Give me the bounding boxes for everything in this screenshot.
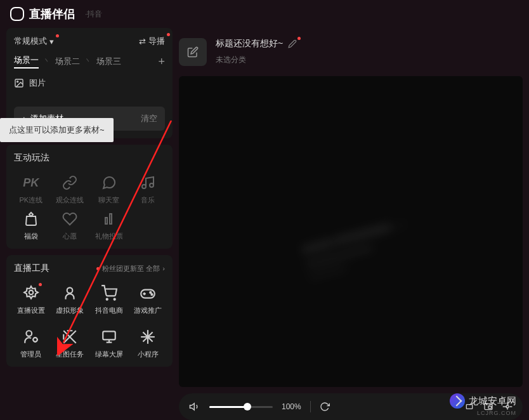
refresh-icon [320, 402, 330, 412]
avatar-button[interactable]: 虚拟形象 [53, 284, 88, 315]
watermark-icon [450, 393, 465, 409]
stream-title: 标题还没有想好~ [216, 38, 283, 49]
label: 礼物投票 [95, 232, 123, 241]
title-line: 标题还没有想好~ [216, 38, 297, 49]
clear-button[interactable]: 清空 [141, 113, 157, 124]
notification-dot [39, 283, 42, 286]
content-area: 标题还没有想好~ 未选分类 未设定装 经营特别特别的长... ♪ ▬▬▬▬▬▬▬… [179, 28, 529, 420]
watermark: 龙城安卓网 [450, 393, 516, 409]
wish-icon [61, 210, 79, 228]
scene-tab-2[interactable]: 场景二 [55, 56, 80, 67]
luckybag-button[interactable]: 福袋 [14, 210, 48, 241]
notification-dot [56, 34, 59, 37]
label: 绿幕大屏 [95, 350, 123, 359]
label: 心愿 [63, 232, 77, 241]
label: 音乐 [141, 195, 155, 205]
svg-rect-17 [103, 331, 115, 339]
notification-dot [96, 267, 100, 270]
label: 虚拟形象 [56, 306, 84, 315]
label: PK连线 [19, 195, 42, 205]
tools-header: 直播工具 粉丝团更新至 全部 › [14, 263, 165, 274]
volume-fill [209, 406, 247, 408]
watermark-url: LCJRG.COM [477, 410, 516, 416]
svg-point-14 [152, 294, 153, 295]
game-promo-button[interactable]: 游戏推广 [131, 284, 166, 315]
music-icon [139, 174, 157, 192]
avatar-icon [61, 284, 79, 302]
preview-content: 未设定装 经营特别特别的长... ♪ ▬▬▬▬▬▬▬▬▬ ▬▬▬▬▬ [300, 188, 523, 387]
label: 观众连线 [56, 195, 84, 205]
starmap-button[interactable]: 星图任务 [53, 328, 88, 359]
admin-button[interactable]: 管理员 [14, 328, 48, 359]
music-button[interactable]: 音乐 [131, 174, 166, 205]
chat-icon [100, 174, 118, 192]
tools-panel: 直播工具 粉丝团更新至 全部 › 直播设置 虚拟形象 抖音电商 游戏推广 管理员… [6, 255, 173, 367]
add-scene-button[interactable]: + [158, 55, 165, 69]
interaction-panel: 互动玩法 PKPK连线 观众连线 聊天室 音乐 福袋 心愿 礼物投票 [6, 145, 173, 249]
pen-icon [288, 39, 297, 48]
live-settings-button[interactable]: 直播设置 [14, 284, 48, 315]
svg-point-1 [17, 81, 18, 82]
chatroom-button[interactable]: 聊天室 [92, 174, 126, 205]
gamepad-icon [139, 284, 157, 302]
svg-point-16 [33, 338, 37, 342]
separator: 丶 [84, 56, 93, 67]
volume-slider[interactable] [209, 406, 273, 408]
edit-title-button[interactable] [288, 39, 297, 48]
mode-selector[interactable]: 常规模式 ▾ [14, 36, 54, 47]
svg-marker-24 [190, 404, 195, 410]
scene-tab-3[interactable]: 场景三 [96, 56, 121, 67]
svg-point-8 [106, 299, 107, 300]
separator: 丶 [42, 56, 51, 67]
svg-rect-4 [105, 218, 107, 224]
svg-point-2 [142, 185, 146, 188]
svg-point-6 [29, 291, 34, 295]
preview-area[interactable]: 未设定装 经营特别特别的长... ♪ ▬▬▬▬▬▬▬▬▬ ▬▬▬▬▬ [179, 76, 523, 387]
svg-point-15 [26, 331, 32, 336]
main-layout: 常规模式 ▾ ⇄ 导播 场景一 丶 场景二 丶 场景三 + [0, 28, 529, 420]
edit-icon [187, 46, 199, 58]
greenscreen-button[interactable]: 绿幕大屏 [92, 328, 126, 359]
label: 抖音电商 [95, 306, 123, 315]
pk-button[interactable]: PKPK连线 [14, 174, 48, 205]
label: 聊天室 [98, 195, 119, 205]
logo-text: 直播伴侣 [29, 6, 75, 22]
add-source-tooltip: 点这里可以添加更多素材~ [0, 118, 114, 142]
pk-icon: PK [22, 174, 40, 192]
scene-tab-1[interactable]: 场景一 [14, 55, 39, 69]
cart-icon [100, 284, 118, 302]
audience-link-button[interactable]: 观众连线 [53, 174, 88, 205]
category-selector[interactable]: 未选分类 [216, 55, 297, 65]
label: 游戏推广 [134, 306, 162, 315]
svg-point-3 [150, 183, 153, 187]
separator [310, 401, 311, 412]
chevron-right-icon: › [162, 265, 165, 272]
ecommerce-button[interactable]: 抖音电商 [92, 284, 126, 315]
svg-point-7 [67, 287, 73, 293]
admin-icon [22, 328, 40, 346]
mode-label: 常规模式 [14, 36, 47, 47]
image-icon [14, 78, 24, 88]
mini-icon [139, 328, 157, 346]
logo: 直播伴侣 ·抖音 [10, 6, 102, 22]
wish-button[interactable]: 心愿 [53, 210, 88, 241]
tools-grid: 直播设置 虚拟形象 抖音电商 游戏推广 管理员 星图任务 绿幕大屏 小程序 [14, 284, 165, 359]
tools-badge[interactable]: 粉丝团更新至 全部 › [96, 264, 165, 273]
giftvote-button[interactable]: 礼物投票 [92, 210, 126, 241]
director-toggle[interactable]: ⇄ 导播 [139, 36, 165, 47]
volume-value: 100% [282, 402, 301, 411]
miniprogram-button[interactable]: 小程序 [131, 328, 166, 359]
title-block: 标题还没有想好~ 未选分类 [216, 38, 297, 65]
volume-button[interactable] [189, 401, 200, 412]
source-item-image[interactable]: 图片 [14, 77, 165, 89]
label: 直播设置 [17, 306, 45, 315]
notification-dot [297, 37, 301, 40]
notification-dot [167, 33, 170, 36]
sidebar: 常规模式 ▾ ⇄ 导播 场景一 丶 场景二 丶 场景三 + [0, 28, 179, 420]
svg-point-9 [114, 299, 115, 300]
interaction-title: 互动玩法 [14, 152, 165, 164]
interaction-grid: PKPK连线 观众连线 聊天室 音乐 福袋 心愿 礼物投票 [14, 174, 165, 241]
refresh-button[interactable] [320, 402, 330, 412]
edit-cover-button[interactable] [179, 38, 207, 66]
screen-icon [100, 328, 118, 346]
